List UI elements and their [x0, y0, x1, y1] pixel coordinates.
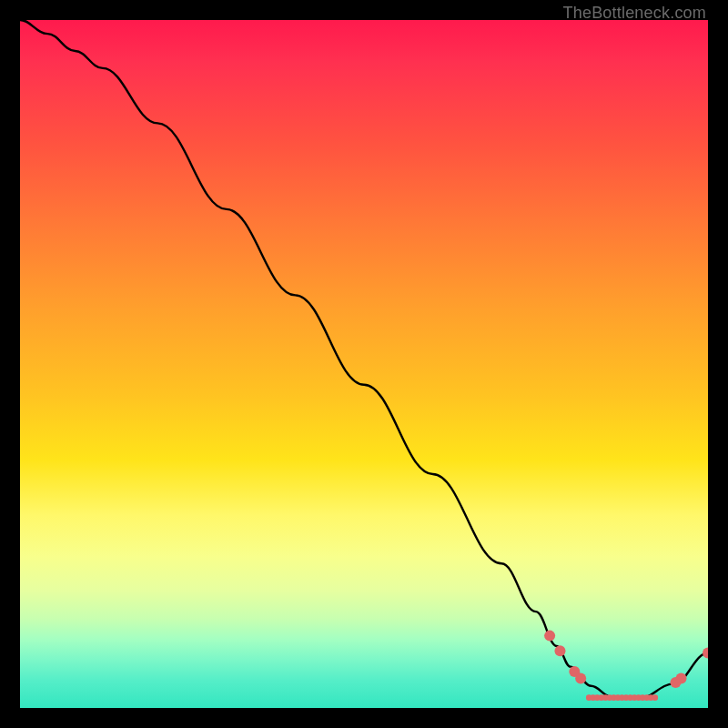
data-marker	[652, 694, 658, 701]
data-marker	[676, 672, 687, 683]
chart-overlay	[20, 20, 708, 708]
plot-area	[20, 20, 708, 708]
data-marker	[703, 648, 708, 659]
watermark-text: TheBottleneck.com	[563, 4, 706, 23]
data-marker	[575, 672, 586, 683]
data-marker	[554, 645, 565, 656]
data-marker	[544, 631, 555, 642]
curve-line	[20, 20, 708, 698]
chart-stage: TheBottleneck.com	[0, 0, 728, 728]
